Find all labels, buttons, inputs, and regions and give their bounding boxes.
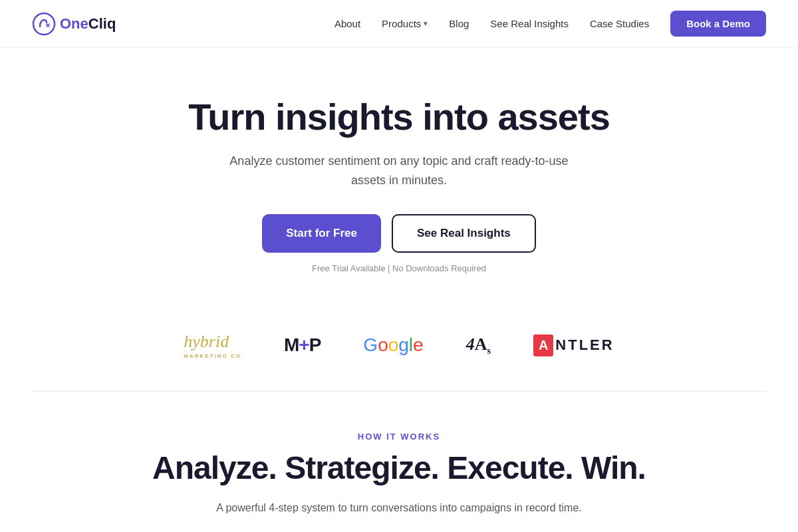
chevron-down-icon: ▾ [424,19,428,28]
book-demo-button[interactable]: Book a Demo [670,11,766,37]
logos-section: hybrid MARKETING CO M+P Google 4As A NTL… [0,305,798,386]
nav-item-book-demo[interactable]: Book a Demo [670,11,766,37]
nav-link-products[interactable]: Products [382,18,421,29]
nav-link-see-real-insights[interactable]: See Real Insights [490,18,569,29]
how-title: Analyze. Strategize. Execute. Win. [32,451,766,486]
nav-item-see-real-insights[interactable]: See Real Insights [490,18,569,30]
mp-logo-text: M+P [284,334,321,356]
how-label: HOW IT WORKS [32,432,766,442]
hero-cta: Start for Free See Real Insights [32,214,766,253]
nav-item-products[interactable]: Products ▾ [382,18,428,29]
logo-hybrid: hybrid MARKETING CO [184,332,241,359]
see-real-insights-button[interactable]: See Real Insights [392,214,536,253]
fours-logo-text: 4As [466,334,491,356]
antler-logo-text: NTLER [555,336,614,354]
how-subtitle: A powerful 4-step system to turn convers… [186,499,612,517]
nav-links: About Products ▾ Blog See Real Insights … [334,11,766,37]
how-it-works-section: HOW IT WORKS Analyze. Strategize. Execut… [0,397,798,532]
nav-link-blog[interactable]: Blog [449,18,469,29]
hero-title: Turn insights into assets [32,96,766,138]
start-free-button[interactable]: Start for Free [262,214,381,253]
logo-text: OneCliq [60,15,116,33]
antler-a-icon: A [533,334,553,356]
nav-item-case-studies[interactable]: Case Studies [590,18,649,30]
svg-point-0 [33,13,55,35]
navbar: OneCliq About Products ▾ Blog See Real I… [0,0,798,48]
nav-link-about[interactable]: About [334,18,360,29]
nav-item-about[interactable]: About [334,18,360,30]
nav-item-blog[interactable]: Blog [449,18,469,30]
hero-subtitle: Analyze customer sentiment on any topic … [226,152,572,190]
section-divider [32,391,766,392]
hero-section: Turn insights into assets Analyze custom… [0,48,798,305]
logo-antler: A NTLER [533,334,614,356]
logo-mp: M+P [284,334,321,356]
google-logo-text: Google [363,334,423,356]
svg-point-2 [47,24,49,27]
hybrid-logo-text: hybrid [184,332,229,351]
hero-note: Free Trial Available | No Downloads Requ… [32,263,766,273]
nav-link-case-studies[interactable]: Case Studies [590,18,649,29]
logo-fours: 4As [466,334,491,356]
logo-icon [32,12,56,36]
logo-google: Google [363,334,423,356]
logo[interactable]: OneCliq [32,12,116,36]
